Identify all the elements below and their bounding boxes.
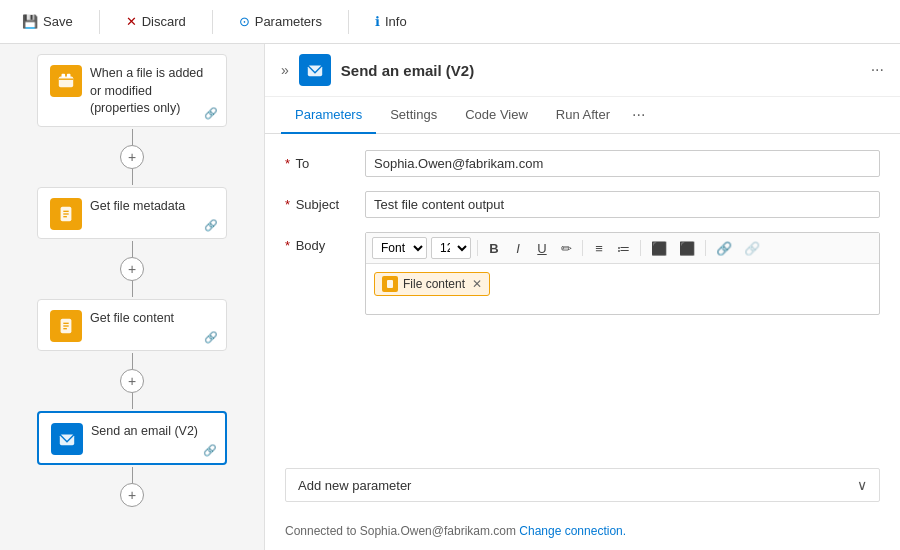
svg-rect-2	[67, 74, 71, 78]
save-icon: 💾	[22, 14, 38, 29]
action-title: Send an email (V2)	[341, 62, 474, 79]
subject-required: *	[285, 197, 290, 212]
font-size-select[interactable]: 12	[431, 237, 471, 259]
italic-button[interactable]: I	[508, 239, 528, 258]
node-title-2: Get file metadata	[90, 198, 214, 216]
save-button[interactable]: 💾 Save	[16, 10, 79, 33]
body-toolbar-sep-4	[705, 240, 706, 256]
add-btn-3[interactable]: +	[120, 369, 144, 393]
body-row: * Body Font 12 B I U	[285, 232, 880, 315]
link-button[interactable]: 🔗	[712, 239, 736, 258]
underline-button[interactable]: U	[532, 239, 552, 258]
toolbar-divider-3	[348, 10, 349, 34]
node-link-icon-1: 🔗	[204, 107, 218, 120]
add-param-row[interactable]: Add new parameter ∨	[285, 468, 880, 502]
to-required: *	[285, 156, 290, 171]
action-icon	[299, 54, 331, 86]
add-param-label: Add new parameter	[298, 478, 411, 493]
discard-icon: ✕	[126, 14, 137, 29]
node-link-icon-4: 🔗	[203, 444, 217, 457]
tag-close-button[interactable]: ✕	[472, 277, 482, 291]
unlink-button[interactable]: 🔗	[740, 239, 764, 258]
align-left-button[interactable]: ⬛	[647, 239, 671, 258]
tab-parameters[interactable]: Parameters	[281, 97, 376, 134]
to-input[interactable]	[365, 150, 880, 177]
tab-code-view[interactable]: Code View	[451, 97, 542, 134]
body-toolbar-sep-1	[477, 240, 478, 256]
discard-label: Discard	[142, 14, 186, 29]
collapse-button[interactable]: »	[281, 62, 289, 78]
body-editor: Font 12 B I U ✏ ≡ ≔ ⬛	[365, 232, 880, 315]
right-panel: » Send an email (V2) ··· Parameters Sett…	[265, 44, 900, 550]
line-1	[132, 129, 133, 145]
subject-row: * Subject	[285, 191, 880, 218]
connector-4: +	[120, 467, 144, 507]
svg-rect-13	[387, 280, 393, 288]
node-link-icon-3: 🔗	[204, 331, 218, 344]
add-btn-4[interactable]: +	[120, 483, 144, 507]
flow-node-3[interactable]: Get file content 🔗	[37, 299, 227, 351]
line-4	[132, 467, 133, 483]
unordered-list-button[interactable]: ≡	[589, 239, 609, 258]
connected-email: Sophia.Owen@fabrikam.com	[360, 524, 516, 538]
node-link-icon-2: 🔗	[204, 219, 218, 232]
toolbar-divider	[99, 10, 100, 34]
svg-rect-0	[59, 77, 73, 88]
action-header-left: » Send an email (V2)	[281, 54, 474, 86]
node-icon-4	[51, 423, 83, 455]
tab-settings[interactable]: Settings	[376, 97, 451, 134]
body-content[interactable]: File content ✕	[366, 264, 879, 314]
tabs: Parameters Settings Code View Run After …	[265, 97, 900, 134]
save-label: Save	[43, 14, 73, 29]
ordered-list-button[interactable]: ≔	[613, 239, 634, 258]
node-icon-1	[50, 65, 82, 97]
node-title-1: When a file is added or modified (proper…	[90, 65, 214, 118]
toolbar: 💾 Save ✕ Discard ⊙ Parameters ℹ Info	[0, 0, 900, 44]
flow-node-2[interactable]: Get file metadata 🔗	[37, 187, 227, 239]
connected-text: Connected to	[285, 524, 356, 538]
add-btn-1[interactable]: +	[120, 145, 144, 169]
font-select[interactable]: Font	[372, 237, 427, 259]
file-content-tag: File content ✕	[374, 272, 490, 296]
to-label: * To	[285, 150, 365, 171]
discard-button[interactable]: ✕ Discard	[120, 10, 192, 33]
node-icon-3	[50, 310, 82, 342]
connector-1: +	[120, 129, 144, 185]
parameters-icon: ⊙	[239, 14, 250, 29]
form-area: * To * Subject * Body	[265, 134, 900, 468]
left-panel: When a file is added or modified (proper…	[0, 44, 265, 550]
action-more-button[interactable]: ···	[871, 61, 884, 79]
parameters-button[interactable]: ⊙ Parameters	[233, 10, 328, 33]
node-title-4: Send an email (V2)	[91, 423, 213, 441]
tab-run-after[interactable]: Run After	[542, 97, 624, 134]
line-3	[132, 353, 133, 369]
info-button[interactable]: ℹ Info	[369, 10, 413, 33]
align-right-button[interactable]: ⬛	[675, 239, 699, 258]
line-2b	[132, 281, 133, 297]
tabs-more-button[interactable]: ···	[632, 106, 645, 124]
bold-button[interactable]: B	[484, 239, 504, 258]
svg-rect-1	[62, 74, 66, 78]
info-icon: ℹ	[375, 14, 380, 29]
body-required: *	[285, 238, 290, 253]
node-header-4: Send an email (V2)	[51, 423, 213, 455]
tag-label: File content	[403, 277, 465, 291]
node-header-3: Get file content	[50, 310, 214, 342]
subject-input[interactable]	[365, 191, 880, 218]
toolbar-divider-2	[212, 10, 213, 34]
line-1b	[132, 169, 133, 185]
pen-button[interactable]: ✏	[556, 239, 576, 258]
line-3b	[132, 393, 133, 409]
node-icon-2	[50, 198, 82, 230]
connected-info: Connected to Sophia.Owen@fabrikam.com Ch…	[265, 516, 900, 550]
body-toolbar-sep-3	[640, 240, 641, 256]
body-toolbar-sep-2	[582, 240, 583, 256]
body-label: * Body	[285, 232, 365, 253]
node-header-1: When a file is added or modified (proper…	[50, 65, 214, 118]
flow-node-1[interactable]: When a file is added or modified (proper…	[37, 54, 227, 127]
add-btn-2[interactable]: +	[120, 257, 144, 281]
action-header: » Send an email (V2) ···	[265, 44, 900, 97]
body-toolbar: Font 12 B I U ✏ ≡ ≔ ⬛	[366, 233, 879, 264]
flow-node-4[interactable]: Send an email (V2) 🔗	[37, 411, 227, 465]
change-connection-link[interactable]: Change connection.	[519, 524, 626, 538]
